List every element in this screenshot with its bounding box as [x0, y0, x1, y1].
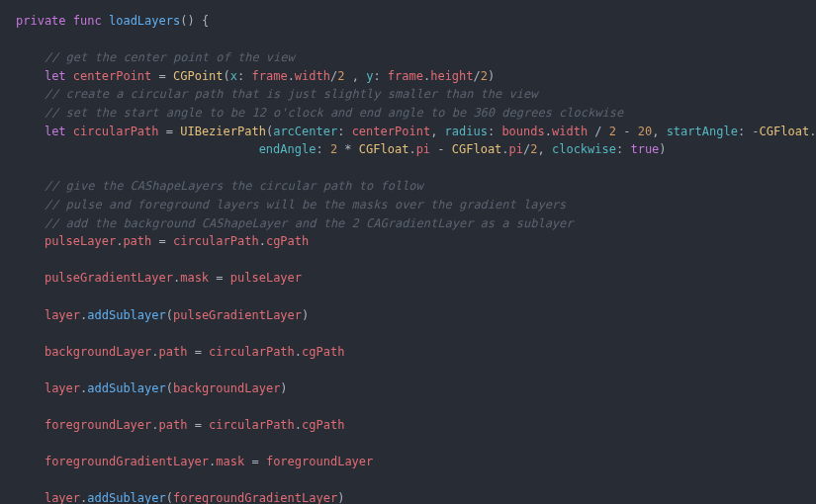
punct: =: [187, 345, 209, 359]
label: startAngle: [667, 125, 738, 138]
punct: .: [408, 142, 415, 156]
punct: =: [209, 271, 230, 285]
identifier: backgroundLayer: [45, 345, 151, 359]
identifier: circularPath: [73, 125, 159, 138]
comment: // give the CAShapeLayers the circular p…: [45, 179, 423, 193]
identifier: layer: [45, 381, 80, 395]
function-name: loadLayers: [109, 14, 180, 28]
punct: -: [616, 125, 638, 138]
number: 20: [638, 125, 652, 138]
punct: ,: [538, 142, 552, 156]
comment: // create a circular path that is just s…: [45, 87, 538, 101]
method: addSublayer: [87, 308, 165, 322]
identifier: mask: [216, 455, 244, 468]
identifier: cgPath: [302, 418, 344, 432]
punct: /: [588, 125, 609, 138]
punct: .: [501, 142, 508, 156]
punct: .: [288, 69, 295, 83]
punct: =: [151, 69, 173, 83]
identifier: mask: [180, 271, 209, 285]
punct: :: [373, 69, 387, 83]
punct: (: [166, 491, 173, 504]
type: CGPoint: [173, 69, 224, 83]
punct: () {: [180, 14, 209, 28]
type: CGFloat: [760, 125, 810, 138]
identifier: cgPath: [266, 234, 309, 248]
number: 2: [609, 125, 616, 138]
code-block: private func loadLayers() { // get the c…: [16, 12, 800, 504]
punct: ,: [344, 69, 366, 83]
punct: :: [616, 142, 630, 156]
padding: [16, 142, 259, 156]
identifier: pi: [509, 142, 523, 156]
punct: ): [488, 69, 495, 83]
identifier: height: [430, 69, 473, 83]
identifier: pulseLayer: [45, 234, 116, 248]
identifier: bounds: [501, 125, 544, 138]
punct: .: [295, 418, 302, 432]
label: endAngle: [259, 142, 317, 156]
type: UIBezierPath: [180, 125, 266, 138]
keyword: let: [45, 125, 66, 138]
punct: .: [151, 418, 158, 432]
type: CGFloat: [359, 142, 409, 156]
identifier: path: [159, 345, 188, 359]
number: 2: [530, 142, 537, 156]
method: addSublayer: [87, 381, 165, 395]
keyword: true: [630, 142, 659, 156]
label: x: [230, 69, 237, 83]
comment: // pulse and foreground layers will be t…: [45, 198, 566, 211]
identifier: foregroundGradientLayer: [173, 491, 337, 504]
type: CGFloat: [452, 142, 502, 156]
punct: : -: [738, 125, 760, 138]
punct: (: [166, 381, 173, 395]
punct: =: [187, 418, 209, 432]
identifier: width: [552, 125, 588, 138]
keyword: private: [16, 14, 66, 28]
punct: =: [244, 455, 266, 468]
punct: (: [166, 308, 173, 322]
punct: .: [151, 345, 158, 359]
identifier: width: [295, 69, 330, 83]
punct: -: [430, 142, 452, 156]
punct: (: [224, 69, 230, 83]
comment: // add the background CAShapeLayer and t…: [45, 216, 574, 230]
identifier: pi: [416, 142, 430, 156]
identifier: centerPoint: [352, 125, 430, 138]
identifier: foregroundLayer: [266, 455, 373, 468]
punct: .: [545, 125, 552, 138]
punct: :: [337, 125, 351, 138]
punct: =: [159, 125, 181, 138]
number: 2: [481, 69, 488, 83]
identifier: circularPath: [209, 345, 295, 359]
comment: // set the start angle to be 12 o'clock …: [45, 106, 623, 120]
punct: ): [659, 142, 666, 156]
identifier: frame: [252, 69, 288, 83]
label: clockwise: [552, 142, 616, 156]
punct: :: [237, 69, 251, 83]
identifier: foregroundLayer: [45, 418, 151, 432]
punct: ): [280, 381, 287, 395]
punct: ,: [652, 125, 666, 138]
identifier: centerPoint: [73, 69, 151, 83]
identifier: path: [159, 418, 188, 432]
identifier: layer: [45, 491, 80, 504]
identifier: circularPath: [173, 234, 259, 248]
comment: // get the center point of the view: [45, 50, 295, 64]
identifier: pulseLayer: [230, 271, 302, 285]
keyword: func: [73, 14, 102, 28]
punct: .: [295, 345, 302, 359]
identifier: frame: [388, 69, 423, 83]
identifier: cgPath: [302, 345, 344, 359]
punct: =: [151, 234, 173, 248]
punct: /: [474, 69, 481, 83]
label: radius: [445, 125, 488, 138]
punct: :: [488, 125, 501, 138]
identifier: path: [123, 234, 151, 248]
punct: ,: [430, 125, 444, 138]
punct: .: [259, 234, 266, 248]
identifier: circularPath: [209, 418, 295, 432]
identifier: pulseGradientLayer: [45, 271, 173, 285]
keyword: let: [45, 69, 66, 83]
label: arcCenter: [273, 125, 337, 138]
